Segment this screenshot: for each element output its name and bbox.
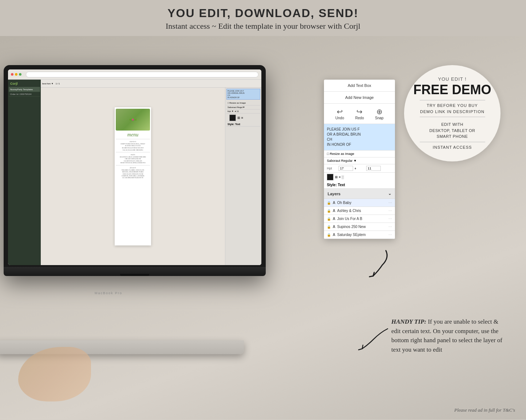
- add-text-box-button[interactable]: Add Text Box: [324, 80, 395, 92]
- menu-card: 🌿 🌺 🌿 menu starters CRISPY PANKO DUCK RO…: [115, 107, 151, 245]
- layer-delete-5[interactable]: ⋯: [388, 233, 392, 237]
- edit-with-label: EDIT WITH: [441, 122, 463, 127]
- laptop-screen: Corjl NoorayParty Templates Order Id: 15…: [8, 69, 261, 265]
- corjl-right-panel: PLEASE JOIN US FOR A BRIDAL BRUNCHIN HON…: [225, 88, 261, 265]
- corjl-app: Corjl NoorayParty Templates Order Id: 15…: [8, 80, 261, 265]
- layer-delete-1[interactable]: ⋯: [388, 201, 392, 205]
- panel-form-resize: □ Resize as Image: [324, 151, 395, 157]
- menu-item-6: CHOCOLATE FONDANT, PLUMCOMPOTE, POPCORN,…: [116, 173, 150, 179]
- sidebar-nav-item[interactable]: Order Id: 1509758194: [9, 92, 40, 97]
- panel-size-row: Hpt ♦: [324, 164, 395, 173]
- corjl-canvas: 🌿 🌺 🌿 menu starters CRISPY PANKO DUCK RO…: [41, 88, 261, 265]
- font-name-label: Saboraut Regul▼: [228, 106, 245, 108]
- layers-chevron-icon: ⌄: [388, 191, 391, 196]
- layer-item-join[interactable]: 🔒 A Join Us For A B ⋯: [324, 215, 395, 223]
- browser-min-dot: [15, 73, 17, 76]
- laptop-notch: [120, 274, 149, 276]
- handy-tip: HANDY TIP: If you are unable to select &…: [391, 317, 504, 354]
- style-text-label: Style: Text: [226, 122, 260, 127]
- undo-icon: ↩: [335, 107, 344, 116]
- browser-address-bar[interactable]: [26, 72, 258, 77]
- bottom-notice: Please read ad in full for T&C's: [454, 407, 515, 413]
- panel-text-area: PLEASE JOIN US FOR A BRIDAL BRUNCHIN HON…: [324, 124, 395, 151]
- menu-dessert: dessert: [116, 167, 150, 169]
- free-demo-text: FREE DEMO: [413, 83, 491, 96]
- panel-color-row-float: ⊞ ≡ ░: [324, 173, 395, 181]
- arrow-from-tip: [351, 325, 402, 354]
- corjl-brand: Corjl: [9, 81, 40, 87]
- edit-with-text: EDIT WITH DESKTOP, TABLET ORSMART PHONE: [430, 121, 475, 140]
- laptop-body: Corjl NoorayParty Templates Order Id: 15…: [4, 65, 266, 276]
- banner-subline: Instant access ~ Edit the template in yo…: [0, 21, 526, 31]
- instant-access-text: INSTANT ACCESS: [433, 144, 472, 151]
- size-h-input[interactable]: [339, 166, 353, 171]
- laptop-base: [4, 267, 266, 276]
- try-before-line: TRY BEFORE YOU BUY: [427, 103, 478, 108]
- browser-close-dot: [11, 73, 13, 76]
- layer-delete-2[interactable]: ⋯: [388, 209, 392, 213]
- add-new-image-button[interactable]: Add New Image: [324, 92, 395, 104]
- resize-image-label: □ Resize as Image: [228, 102, 246, 104]
- corjl-editor: 🌿 🌺 🌿 menu starters CRISPY PANKO DUCK RO…: [41, 88, 225, 265]
- redo-icon-item[interactable]: ↪ Redo: [355, 107, 364, 120]
- try-before-text: TRY BEFORE YOU BUY DEMO LINK IN DESCRIPT…: [420, 103, 485, 115]
- panel-text-preview: PLEASE JOIN US FOR A BRIDAL BRUNCHIN HON…: [226, 89, 260, 100]
- menu-starters: starters: [116, 140, 150, 143]
- layer-lock-1: 🔒: [327, 201, 331, 205]
- layer-item-ashley[interactable]: 🔒 A Ashley & Chris ⋯: [324, 207, 395, 215]
- layer-type-2: A: [333, 209, 335, 213]
- circle-divider-3: [420, 142, 485, 142]
- demo-link-line: DEMO LINK IN DESCRIPTION: [420, 109, 485, 114]
- layer-name-3: Join Us For A B: [337, 217, 387, 221]
- undo-icon-item[interactable]: ↩ Undo: [335, 107, 344, 120]
- font-size-h: Hpt ▼: [228, 110, 234, 112]
- arrow-to-layers: [357, 247, 400, 283]
- color-swatch[interactable]: [229, 115, 236, 121]
- layers-panel: Layers ⌄ 🔒 A Oh Baby ⋯ 🔒 A Ashley & Chri…: [324, 189, 395, 239]
- top-banner: YOU EDIT, DOWNLOAD, SEND! Instant access…: [0, 0, 526, 36]
- browser-max-dot: [19, 73, 21, 76]
- menu-item-1: CRISPY PANKO DUCK ROLL, SWEET& SOUR CHIL…: [116, 143, 150, 147]
- toolbar-best-font: best font ▼: [42, 83, 54, 85]
- corjl-toolbar: best font ▼ 1 / 1: [41, 80, 261, 88]
- layer-name-5: Saturday SEptem: [337, 233, 387, 237]
- snap-label: Snap: [375, 116, 383, 120]
- redo-label: Redo: [355, 116, 364, 120]
- layer-lock-5: 🔒: [327, 233, 331, 237]
- sidebar-nav-orders[interactable]: NoorayParty Templates: [9, 87, 40, 92]
- snap-icon-item[interactable]: ⊕ Snap: [375, 107, 383, 120]
- layer-type-5: A: [333, 233, 335, 237]
- undo-label: Undo: [335, 116, 344, 120]
- resize-label: □ Resize as Image: [327, 152, 354, 156]
- menu-main: main: [116, 153, 150, 156]
- laptop-container: Corjl NoorayParty Templates Order Id: 15…: [0, 58, 273, 341]
- layers-header: Layers ⌄: [324, 189, 395, 199]
- layer-delete-4[interactable]: ⋯: [388, 225, 392, 229]
- toolbar-page-nav: 1 / 1: [56, 83, 60, 85]
- hand-decoration: [18, 347, 91, 401]
- layer-type-4: A: [333, 225, 335, 229]
- color-swatch-float[interactable]: [327, 174, 333, 180]
- layer-item-supinos[interactable]: 🔒 A Supinos 250 New ⋯: [324, 223, 395, 231]
- corjl-sidebar: Corjl NoorayParty Templates Order Id: 15…: [8, 80, 41, 265]
- layer-item-saturday[interactable]: 🔒 A Saturday SEptem ⋯: [324, 231, 395, 239]
- platforms-text: DESKTOP, TABLET ORSMART PHONE: [430, 128, 475, 139]
- layer-name-1: Oh Baby: [337, 201, 387, 205]
- font-dropdown[interactable]: Saboraut Regular ▼: [327, 159, 357, 163]
- circle-divider-1: [420, 100, 485, 100]
- layer-delete-3[interactable]: ⋯: [388, 217, 392, 221]
- size-h-label: Hpt: [327, 167, 337, 170]
- browser-chrome: [8, 69, 261, 80]
- layer-type-3: A: [333, 217, 335, 221]
- size-v-label: ♦: [355, 167, 365, 170]
- size-v-input[interactable]: [366, 166, 381, 171]
- menu-item-5: TIRAMISU FLAMBE, CHOCOLATEMOUSSE, STRAWB…: [116, 169, 150, 173]
- style-text-label-float: Style: Text: [324, 181, 395, 189]
- panel-font-row: Saboraut Regular ▼: [324, 157, 395, 164]
- panel-color-row: ⊞ ≡: [226, 113, 260, 122]
- layer-name-4: Supinos 250 New: [337, 225, 387, 229]
- redo-icon: ↪: [355, 107, 364, 116]
- color-options: ⊞ ≡: [237, 116, 243, 120]
- layers-title-text: Layers: [328, 192, 340, 196]
- layer-item-oh-baby[interactable]: 🔒 A Oh Baby ⋯: [324, 199, 395, 207]
